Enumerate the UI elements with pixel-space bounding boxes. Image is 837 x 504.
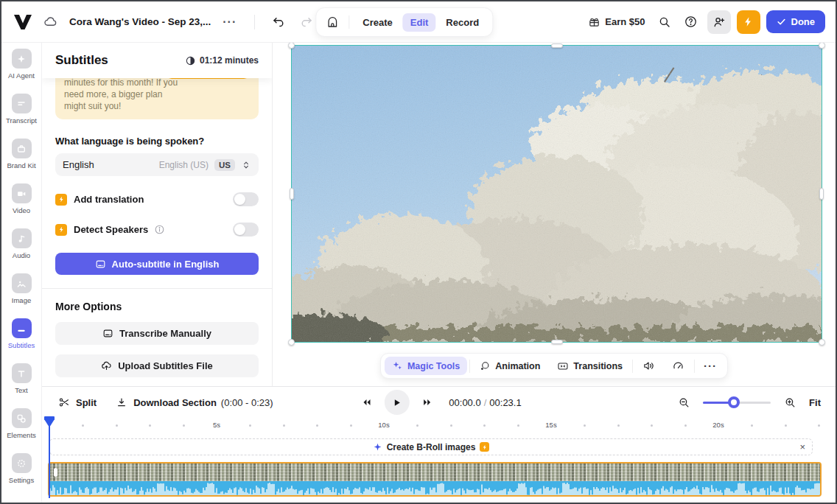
download-range: (0:00 - 0:23) <box>221 397 273 408</box>
dismiss-broll-button[interactable]: × <box>799 441 805 453</box>
invite-collaborators-button[interactable] <box>707 10 731 34</box>
project-title[interactable]: Cora Wang's Video - Sep 23,... <box>69 16 211 27</box>
left-rail: AI Agent Transcript Brand Kit Video Audi… <box>1 43 42 503</box>
earn-button[interactable]: Earn $50 <box>588 15 645 28</box>
layer-more-button[interactable]: ··· <box>697 360 724 372</box>
premium-lightning-icon <box>55 194 67 206</box>
magic-tools-button[interactable]: Magic Tools <box>385 357 467 375</box>
sidebar-label: Image <box>12 296 31 304</box>
help-icon <box>684 15 698 29</box>
zoom-slider-knob[interactable] <box>728 396 740 408</box>
resize-handle-bottom-right[interactable] <box>819 339 825 346</box>
sidebar-item-image[interactable]: Image <box>1 273 42 318</box>
ruler-tick <box>584 424 586 427</box>
trim-handle-left[interactable] <box>54 468 57 477</box>
timeline-ruler[interactable]: 5s10s15s20s <box>42 418 836 434</box>
resize-handle-top[interactable] <box>551 43 563 48</box>
add-translation-label: Add translation <box>74 194 144 205</box>
resize-handle-right[interactable] <box>819 188 824 200</box>
sidebar-label: Brand Kit <box>7 161 35 169</box>
transcript-icon <box>12 94 32 113</box>
help-button[interactable] <box>681 12 701 32</box>
split-button[interactable]: Split <box>58 396 97 408</box>
play-button[interactable] <box>384 390 409 415</box>
sidebar-item-ai-agent[interactable]: AI Agent <box>1 49 42 94</box>
timeline-zoom-slider[interactable] <box>703 402 771 404</box>
notice-text: might suit you! <box>64 100 250 112</box>
done-button[interactable]: Done <box>766 10 826 33</box>
sidebar-item-audio[interactable]: Audio <box>1 228 42 273</box>
detect-speakers-row: Detect Speakers <box>55 223 259 237</box>
download-icon <box>116 396 127 408</box>
divider <box>254 15 255 29</box>
resize-handle-bottom-left[interactable] <box>288 339 295 346</box>
next-frame-button[interactable] <box>416 392 437 413</box>
home-icon[interactable] <box>322 12 343 32</box>
video-layer-selected[interactable] <box>291 45 822 343</box>
divider <box>694 360 695 373</box>
project-menu-button[interactable]: ··· <box>218 15 241 29</box>
upload-subtitles-button[interactable]: Upload Subtitles File <box>55 354 259 377</box>
ruler-tick <box>116 424 118 427</box>
lightning-icon <box>743 16 754 27</box>
ruler-tick <box>249 424 251 427</box>
transcribe-manually-button[interactable]: Transcribe Manually <box>55 322 259 345</box>
layer-toolbar: Magic Tools Animation Transitions ··· <box>380 353 728 379</box>
veed-logo-icon[interactable] <box>13 14 32 30</box>
minutes-label: 01:12 minutes <box>200 55 259 66</box>
transitions-button[interactable]: Transitions <box>550 357 630 376</box>
auto-subtitle-button[interactable]: Auto-subtitle in English <box>55 253 259 275</box>
magic-tools-label: Magic Tools <box>407 361 460 371</box>
resize-handle-left[interactable] <box>290 188 294 200</box>
video-clip-track[interactable] <box>48 462 822 497</box>
previous-frame-button[interactable] <box>356 392 377 413</box>
download-section-button[interactable]: Download Section (0:00 - 0:23) <box>116 396 273 408</box>
sidebar-item-transcript[interactable]: Transcript <box>1 94 42 139</box>
resize-handle-top-left[interactable] <box>288 42 295 49</box>
redo-button[interactable] <box>296 12 317 32</box>
subtitles-panel-header: Subtitles 01:12 minutes <box>42 43 272 78</box>
sidebar-item-brand-kit[interactable]: Brand Kit <box>1 139 42 183</box>
gift-icon <box>588 15 600 28</box>
info-icon[interactable] <box>154 224 165 235</box>
upload-label: Upload Subtitles File <box>118 360 213 371</box>
video-icon <box>12 183 32 203</box>
sparkle-icon <box>373 442 382 452</box>
sidebar-item-video[interactable]: Video <box>1 183 42 228</box>
search-button[interactable] <box>654 12 675 32</box>
sidebar-item-elements[interactable]: Elements <box>1 408 42 453</box>
ruler-tick <box>350 424 352 427</box>
animation-button[interactable]: Animation <box>472 357 547 375</box>
transitions-label: Transitions <box>573 361 623 371</box>
ruler-tick <box>82 424 84 427</box>
add-translation-toggle[interactable] <box>233 192 259 206</box>
sidebar-item-text[interactable]: Text <box>1 363 42 408</box>
scissors-icon <box>58 396 70 408</box>
zoom-out-button[interactable] <box>673 392 694 413</box>
detect-speakers-toggle[interactable] <box>233 223 259 237</box>
transcribe-label: Transcribe Manually <box>119 328 211 339</box>
zoom-in-button[interactable] <box>780 392 800 413</box>
animation-icon <box>480 360 491 371</box>
tab-edit[interactable]: Edit <box>403 13 436 32</box>
volume-button[interactable] <box>635 356 662 376</box>
upgrade-button[interactable] <box>737 10 760 34</box>
resize-handle-bottom[interactable] <box>551 340 563 344</box>
text-icon <box>12 363 32 383</box>
resize-handle-top-right[interactable] <box>819 42 825 49</box>
undo-button[interactable] <box>268 12 289 32</box>
tab-create[interactable]: Create <box>355 13 399 32</box>
sidebar-label: Text <box>15 386 27 394</box>
broll-suggestion-banner[interactable]: Create B-Roll images × <box>49 438 813 455</box>
sidebar-item-settings[interactable]: Settings <box>1 453 42 498</box>
speed-button[interactable] <box>665 356 692 376</box>
tab-record[interactable]: Record <box>438 13 486 32</box>
sidebar-item-subtitles[interactable]: Subtitles <box>1 318 42 363</box>
cloud-sync-icon <box>40 12 60 32</box>
subtitles-icon <box>12 318 32 338</box>
sparkles-icon <box>392 360 403 371</box>
subtitles-panel-body: minutes for this month! If you need more… <box>42 78 272 386</box>
fit-button[interactable]: Fit <box>809 397 821 408</box>
language-select[interactable]: English English (US) US <box>55 153 259 176</box>
sidebar-label: Video <box>13 206 30 214</box>
